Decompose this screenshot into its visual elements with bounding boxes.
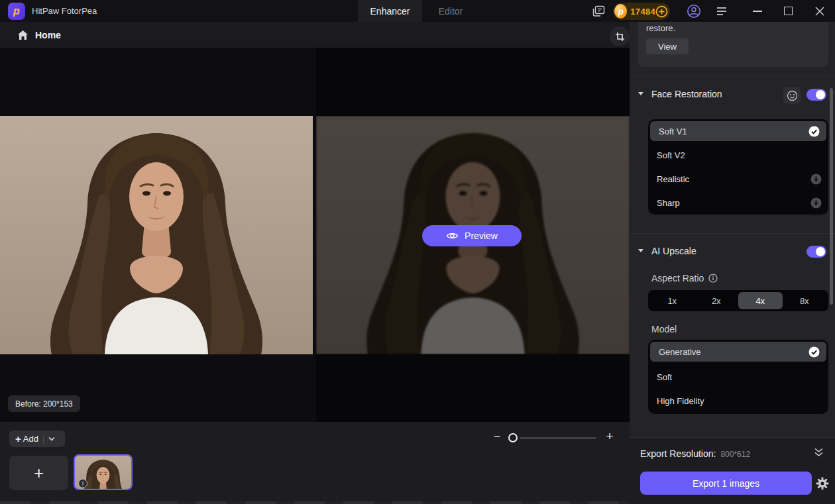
ratio-2x[interactable]: 2x <box>695 292 739 309</box>
divider <box>630 75 835 76</box>
model-high-fidelity[interactable]: High Fidelity <box>648 389 828 413</box>
zoom-slider-handle[interactable] <box>508 433 518 442</box>
app-window: p HitPaw FotorPea Enhancer Editor p 1748… <box>0 0 835 504</box>
chevron-down-icon[interactable] <box>48 436 55 441</box>
add-credits-icon[interactable] <box>655 5 668 18</box>
account-icon[interactable] <box>686 0 702 22</box>
view-button[interactable]: View <box>646 38 689 54</box>
home-bar: Home <box>0 22 630 48</box>
preview-button[interactable]: Preview <box>422 225 522 246</box>
divider <box>630 233 835 234</box>
crop-icon <box>615 32 625 42</box>
ratio-8x[interactable]: 8x <box>783 292 827 309</box>
divider: | <box>42 434 44 444</box>
aspect-ratio-segmented: 1x 2x 4x 8x <box>648 290 828 311</box>
breadcrumb-home[interactable]: Home <box>17 22 61 48</box>
checkmark-icon <box>808 346 820 358</box>
collapse-icon[interactable] <box>638 249 643 252</box>
smiley-icon <box>787 90 798 101</box>
export-bar: Export Resolution: 800*612 Export 1 imag… <box>630 437 835 504</box>
add-button[interactable]: + Add | <box>9 430 65 447</box>
info-icon[interactable]: i <box>78 479 87 488</box>
before-image <box>0 116 313 354</box>
bottom-toolbar: + Add | − + + i <box>0 422 630 504</box>
zoom-out-button[interactable]: − <box>491 431 503 443</box>
gear-icon[interactable] <box>816 477 829 490</box>
section-title: AI Upscale <box>651 246 696 256</box>
option-sharp[interactable]: Sharp <box>648 191 828 215</box>
export-resolution: Export Resolution: 800*612 <box>640 448 750 459</box>
zoom-slider-track[interactable] <box>520 437 596 439</box>
section-title: Face Restoration <box>651 89 722 99</box>
face-restoration-options: Soft V1 Soft V2 Realistic Sharp <box>648 119 828 215</box>
model-generative[interactable]: Generative <box>650 342 826 362</box>
option-soft-v1[interactable]: Soft V1 <box>650 121 826 141</box>
ai-upscale-toggle[interactable] <box>807 246 826 258</box>
model-label: Model <box>651 324 677 334</box>
section-ai-upscale: AI Upscale <box>630 245 835 258</box>
home-label: Home <box>35 30 61 40</box>
app-title: HitPaw FotorPea <box>32 0 97 22</box>
add-label: Add <box>23 434 38 444</box>
download-icon[interactable] <box>810 197 822 209</box>
section-face-restoration: Face Restoration <box>630 88 835 101</box>
ratio-1x[interactable]: 1x <box>650 292 695 309</box>
canvas: Preview Before: 200*153 <box>0 48 630 422</box>
info-icon[interactable] <box>708 274 718 283</box>
menu-icon[interactable] <box>715 0 728 22</box>
double-chevron-down-icon[interactable] <box>814 448 824 457</box>
app-logo-icon: p <box>8 3 25 20</box>
home-icon <box>17 30 28 40</box>
preview-label: Preview <box>465 230 498 241</box>
intro-text: restore. <box>646 23 675 33</box>
ratio-4x[interactable]: 4x <box>738 292 783 309</box>
credits-count: 17484 <box>630 7 655 17</box>
crop-button[interactable] <box>610 26 630 46</box>
image-thumbnail[interactable]: i <box>74 454 133 490</box>
credits-badge[interactable]: p 17484 <box>613 3 670 20</box>
export-button[interactable]: Export 1 images <box>640 472 812 495</box>
close-icon[interactable] <box>814 0 825 22</box>
aspect-ratio-label: Aspect Ratio <box>651 273 718 283</box>
maximize-icon[interactable] <box>784 7 793 15</box>
panel-scrollbar[interactable] <box>830 88 833 305</box>
titlebar: p HitPaw FotorPea Enhancer Editor p 1748… <box>0 0 835 22</box>
plus-icon: + <box>15 433 21 444</box>
settings-panel: restore. View Face Restoration Soft V1 <box>630 22 835 504</box>
model-soft[interactable]: Soft <box>648 365 828 389</box>
download-icon[interactable] <box>810 174 822 185</box>
before-resolution-badge: Before: 200*153 <box>8 395 80 412</box>
intro-card: restore. View <box>638 22 828 67</box>
tab-editor[interactable]: Editor <box>427 0 474 22</box>
tab-enhancer[interactable]: Enhancer <box>358 0 422 22</box>
add-image-tile[interactable]: + <box>9 456 68 490</box>
window-bottom-edge <box>0 501 630 504</box>
zoom-in-button[interactable]: + <box>603 430 616 443</box>
face-restoration-toggle[interactable] <box>807 89 826 101</box>
face-mode-button[interactable] <box>783 87 801 104</box>
feedback-icon[interactable] <box>591 0 606 22</box>
option-realistic[interactable]: Realistic <box>648 167 828 191</box>
option-soft-v2[interactable]: Soft V2 <box>648 143 828 167</box>
model-options: Generative Soft High Fidelity <box>648 340 828 414</box>
collapse-icon[interactable] <box>638 92 643 95</box>
checkmark-icon <box>808 126 820 137</box>
eye-icon <box>446 231 459 240</box>
coin-icon: p <box>614 4 627 19</box>
minimize-icon[interactable] <box>753 11 762 12</box>
